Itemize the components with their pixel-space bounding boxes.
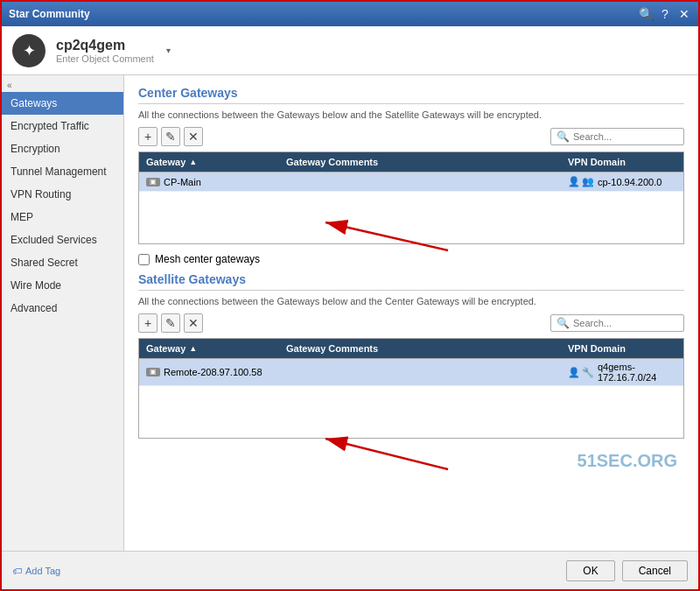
title-bar-left: Star Community bbox=[9, 8, 90, 20]
object-comment[interactable]: Enter Object Comment bbox=[56, 53, 154, 64]
satellite-gateways-title: Satellite Gateways bbox=[138, 272, 684, 291]
sidebar: « Gateways Encrypted Traffic Encryption … bbox=[2, 75, 124, 551]
header-bar: ✦ cp2q4gem Enter Object Comment ▾ bbox=[2, 26, 698, 75]
satellite-gateways-edit-btn[interactable]: ✎ bbox=[161, 313, 180, 333]
satellite-col-gateway[interactable]: Gateway ▲ bbox=[139, 339, 279, 358]
center-table-empty-area bbox=[139, 191, 683, 243]
sidebar-collapse-btn[interactable]: « bbox=[2, 79, 123, 92]
sidebar-item-encryption[interactable]: Encryption bbox=[2, 137, 123, 160]
sort-arrow-icon: ▲ bbox=[189, 158, 197, 166]
center-col-gateway[interactable]: Gateway ▲ bbox=[139, 152, 279, 172]
satellite-gateways-section: Satellite Gateways All the connections b… bbox=[138, 272, 684, 439]
footer-buttons: OK Cancel bbox=[566, 560, 688, 581]
vpn-user-icon: 👤 bbox=[568, 176, 580, 187]
help-title-icon[interactable]: ? bbox=[658, 7, 672, 21]
sidebar-item-mep[interactable]: MEP bbox=[2, 206, 123, 229]
header-text: cp2q4gem Enter Object Comment bbox=[56, 38, 154, 64]
sat-vpn-net-icon: 🔧 bbox=[582, 367, 594, 378]
satellite-row-vpn-domain: 👤 🔧 q4gems-172.16.7.0/24 bbox=[561, 359, 683, 385]
main-content: Center Gateways All the connections betw… bbox=[124, 75, 698, 551]
center-gateways-desc: All the connections between the Gateways… bbox=[138, 109, 684, 120]
center-gateways-search-box: 🔍 bbox=[550, 128, 684, 145]
mesh-center-gateways-label: Mesh center gateways bbox=[155, 253, 260, 265]
satellite-col-vpn-domain[interactable]: VPN Domain bbox=[561, 339, 683, 358]
gateway-icon: ▣ bbox=[146, 178, 160, 186]
center-gateways-add-btn[interactable]: + bbox=[138, 127, 158, 146]
add-tag-btn[interactable]: 🏷 Add Tag bbox=[12, 566, 60, 576]
sidebar-item-tunnel-management[interactable]: Tunnel Management bbox=[2, 160, 123, 183]
satellite-search-icon: 🔍 bbox=[556, 317, 570, 329]
satellite-gateways-delete-btn[interactable]: ✕ bbox=[184, 313, 203, 333]
center-gateways-table-header: Gateway ▲ Gateway Comments VPN Domain bbox=[139, 152, 683, 172]
sat-vpn-user-icon: 👤 bbox=[568, 367, 580, 378]
title-bar-icons: 🔍 ? ✕ bbox=[639, 7, 691, 21]
tag-icon: 🏷 bbox=[12, 566, 22, 576]
center-row-gateway: ▣ CP-Main bbox=[139, 174, 279, 190]
satellite-gateways-toolbar: + ✎ ✕ 🔍 bbox=[138, 313, 684, 333]
sidebar-item-shared-secret[interactable]: Shared Secret bbox=[2, 251, 123, 274]
window-title: Star Community bbox=[9, 8, 90, 20]
satellite-gateways-desc: All the connections between the Gateways… bbox=[138, 296, 684, 306]
mesh-checkbox-row: Mesh center gateways bbox=[138, 253, 684, 265]
sidebar-item-vpn-routing[interactable]: VPN Routing bbox=[2, 183, 123, 206]
satellite-gateways-add-btn[interactable]: + bbox=[138, 313, 158, 333]
satellite-gateways-search-box: 🔍 bbox=[550, 314, 684, 332]
header-dropdown-icon[interactable]: ▾ bbox=[166, 46, 171, 55]
center-gateways-title: Center Gateways bbox=[138, 86, 684, 104]
logo-icon: ✦ bbox=[23, 41, 36, 60]
search-title-icon[interactable]: 🔍 bbox=[639, 7, 653, 21]
satellite-row-comments bbox=[279, 369, 561, 375]
center-row-vpn-domain: 👤 👥 cp-10.94.200.0 bbox=[561, 173, 683, 190]
app-logo: ✦ bbox=[12, 34, 46, 67]
center-col-comments[interactable]: Gateway Comments bbox=[279, 152, 561, 172]
satellite-gateways-search-input[interactable] bbox=[573, 318, 678, 328]
center-gateways-edit-btn[interactable]: ✎ bbox=[161, 127, 180, 146]
center-gateways-table: Gateway ▲ Gateway Comments VPN Domain ▣ bbox=[138, 151, 684, 244]
cancel-button[interactable]: Cancel bbox=[622, 560, 688, 581]
sidebar-item-gateways[interactable]: Gateways bbox=[2, 92, 123, 115]
vpn-group-icon: 👥 bbox=[582, 176, 594, 187]
center-gateways-search-input[interactable] bbox=[573, 131, 678, 142]
satellite-gateways-table: Gateway ▲ Gateway Comments VPN Domain ▣ bbox=[138, 338, 684, 439]
satellite-sort-arrow-icon: ▲ bbox=[189, 344, 197, 353]
watermark: 51SEC.ORG bbox=[138, 447, 684, 475]
title-bar: Star Community 🔍 ? ✕ bbox=[2, 2, 698, 26]
sidebar-item-excluded-services[interactable]: Excluded Services bbox=[2, 229, 123, 251]
satellite-row-gateway: ▣ Remote-208.97.100.58 bbox=[139, 364, 279, 380]
center-table-row[interactable]: ▣ CP-Main 👤 👥 cp-10.94.200.0 bbox=[139, 172, 683, 191]
sidebar-item-wire-mode[interactable]: Wire Mode bbox=[2, 274, 123, 297]
satellite-table-row[interactable]: ▣ Remote-208.97.100.58 👤 🔧 q4gems-172.16… bbox=[139, 358, 683, 385]
mesh-center-gateways-checkbox[interactable] bbox=[138, 254, 150, 265]
content-area: « Gateways Encrypted Traffic Encryption … bbox=[2, 75, 698, 551]
center-gateways-section: Center Gateways All the connections betw… bbox=[138, 86, 684, 265]
center-col-vpn-domain[interactable]: VPN Domain bbox=[561, 152, 683, 172]
object-name: cp2q4gem bbox=[56, 38, 154, 53]
satellite-gateways-table-header: Gateway ▲ Gateway Comments VPN Domain bbox=[139, 339, 683, 358]
satellite-table-empty-area bbox=[139, 385, 683, 438]
satellite-col-comments[interactable]: Gateway Comments bbox=[279, 339, 561, 358]
satellite-gateway-icon: ▣ bbox=[146, 368, 160, 376]
footer: 🏷 Add Tag OK Cancel bbox=[2, 551, 698, 589]
center-row-comments bbox=[279, 179, 561, 185]
center-gateways-toolbar: + ✎ ✕ 🔍 bbox=[138, 127, 684, 146]
ok-button[interactable]: OK bbox=[566, 560, 614, 581]
center-search-icon: 🔍 bbox=[556, 130, 570, 143]
sidebar-item-encrypted-traffic[interactable]: Encrypted Traffic bbox=[2, 115, 123, 137]
center-gateways-delete-btn[interactable]: ✕ bbox=[184, 127, 203, 146]
main-window: Star Community 🔍 ? ✕ ✦ cp2q4gem Enter Ob… bbox=[0, 0, 700, 591]
sidebar-item-advanced[interactable]: Advanced bbox=[2, 297, 123, 320]
close-title-icon[interactable]: ✕ bbox=[677, 7, 691, 21]
